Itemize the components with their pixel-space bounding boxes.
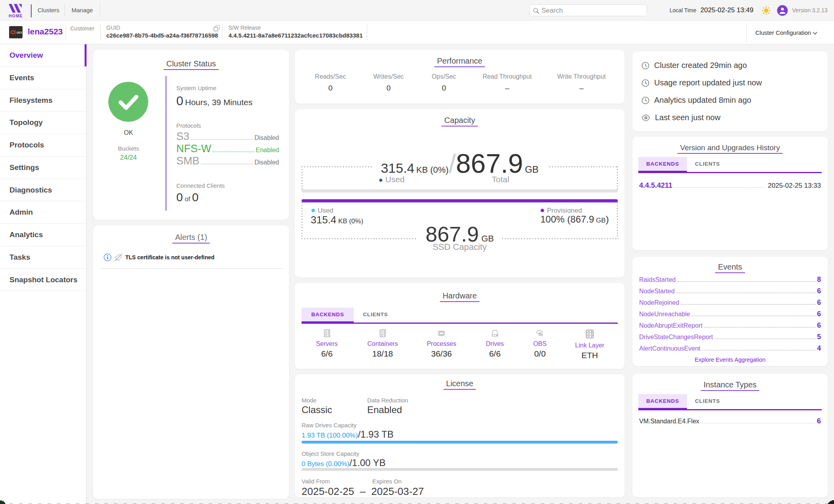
svg-text:HOME: HOME <box>9 13 22 18</box>
svg-text:OCI: OCI <box>17 31 22 34</box>
